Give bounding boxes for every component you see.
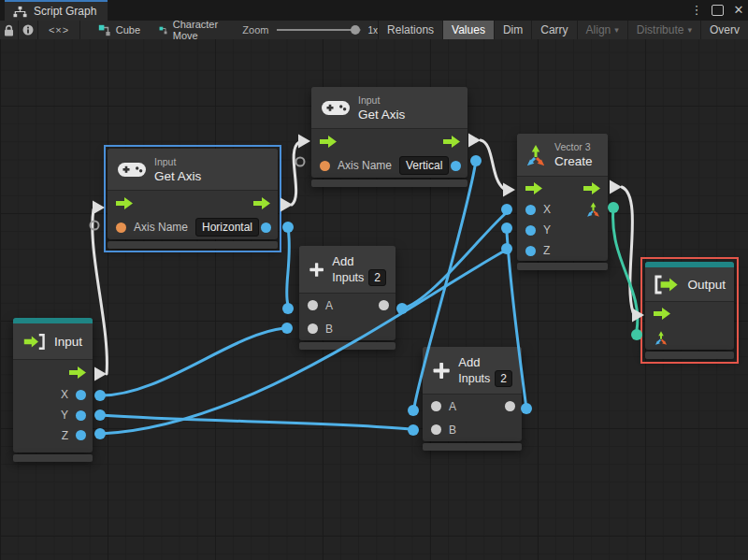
output-event-icon	[654, 275, 680, 294]
graph-button-character-move[interactable]: Character Move	[150, 21, 231, 39]
view-toggle-buttons: RelationsValuesDimCarryAlign▾Distribute▾…	[378, 21, 748, 39]
graph-toolbar: <×> Cube Character Move Zoom 1x Relation…	[0, 21, 748, 40]
dropdown-caret-icon: ▾	[614, 25, 619, 35]
node-add-1[interactable]: Add Inputs 2 A B	[299, 246, 396, 350]
flow-in-arrow-icon	[320, 136, 337, 148]
port-a-in[interactable]	[431, 401, 441, 411]
node-output[interactable]: Output	[645, 262, 734, 359]
port-value-out[interactable]	[261, 223, 271, 233]
view-button-relations[interactable]: Relations	[378, 21, 442, 39]
window-controls: ⋮ ✕	[690, 0, 745, 21]
inputs-label: Inputs	[332, 271, 364, 284]
close-icon[interactable]: ✕	[732, 0, 745, 21]
node-footer	[13, 454, 93, 462]
port-row-a: A	[299, 294, 396, 317]
value-in-row	[645, 325, 734, 350]
axis-name-field[interactable]: Vertical	[399, 156, 449, 175]
add-icon	[309, 258, 324, 281]
port-a-in[interactable]	[308, 300, 318, 310]
gamepad-icon	[118, 161, 146, 179]
view-button-carry[interactable]: Carry	[531, 21, 576, 39]
port-row-a: A	[423, 395, 522, 418]
graph-button-label: Character Move	[173, 19, 223, 41]
view-button-distribute[interactable]: Distribute▾	[627, 21, 700, 39]
input-event-icon	[23, 332, 46, 352]
zoom-slider-handle[interactable]	[351, 25, 360, 35]
port-x-out[interactable]	[76, 390, 86, 400]
node-add-2[interactable]: Add Inputs 2 A B	[423, 347, 522, 451]
axis-name-row: Axis Name Horizontal	[108, 215, 278, 239]
port-row-b: B	[299, 317, 396, 340]
flow-row	[311, 129, 468, 153]
port-value-out[interactable]	[451, 161, 461, 171]
port-z-in[interactable]	[525, 246, 536, 256]
view-button-label: Dim	[503, 23, 523, 36]
info-icon	[22, 24, 34, 36]
tab-title: Script Graph	[34, 5, 96, 18]
vector3-result-port-icon[interactable]	[585, 201, 601, 218]
graph-breadcrumbs: Cube Character Move	[89, 21, 232, 39]
lock-button[interactable]	[0, 21, 19, 39]
node-footer	[645, 352, 734, 359]
node-get-axis-horizontal[interactable]: Input Get Axis Axis Name Horizontal	[108, 149, 278, 249]
port-b-in[interactable]	[431, 424, 441, 435]
view-button-label: Relations	[387, 23, 434, 36]
port-sum-out[interactable]	[505, 401, 515, 411]
node-subtitle: Input	[358, 93, 405, 107]
port-z-out[interactable]	[76, 430, 86, 440]
node-input[interactable]: Input X Y Z	[13, 318, 93, 462]
menu-icon[interactable]: ⋮	[690, 0, 703, 21]
code-view-button[interactable]: <×>	[38, 21, 79, 39]
inputs-label: Inputs	[458, 372, 490, 385]
zoom-slider[interactable]	[277, 29, 361, 31]
node-footer	[517, 263, 608, 270]
view-button-label: Overv	[710, 23, 740, 36]
info-button[interactable]	[19, 21, 38, 39]
unity-script-graph-window: Script Graph ⋮ ✕ <×> Cube	[0, 0, 748, 560]
graph-asset-icon	[159, 24, 167, 36]
vector3-input-port-icon[interactable]	[654, 330, 669, 346]
dropdown-caret-icon: ▾	[687, 25, 692, 35]
add-icon	[432, 359, 451, 382]
tab-script-graph[interactable]: Script Graph	[5, 0, 108, 21]
port-sum-out[interactable]	[379, 300, 389, 310]
port-axis-name-in[interactable]	[320, 161, 330, 171]
port-x-in[interactable]	[525, 205, 536, 215]
gamepad-icon	[322, 99, 350, 117]
graph-button-cube[interactable]: Cube	[89, 21, 150, 39]
flow-row	[108, 191, 278, 215]
port-axis-name-in[interactable]	[116, 223, 126, 233]
port-b-in[interactable]	[308, 323, 318, 334]
port-y-out[interactable]	[76, 410, 86, 421]
node-footer	[108, 241, 278, 249]
inputs-count-field[interactable]: 2	[368, 269, 386, 286]
port-row-z: Z	[517, 240, 608, 261]
port-y-in[interactable]	[525, 225, 536, 236]
graph-asset-icon	[98, 24, 110, 36]
flow-out-arrow-icon	[583, 182, 600, 194]
port-row-b: B	[423, 418, 522, 441]
flow-out-arrow-icon	[69, 366, 86, 379]
graph-button-label: Cube	[116, 24, 140, 36]
node-title: Add	[332, 253, 386, 269]
view-button-label: Distribute	[637, 23, 684, 36]
zoom-slider-fill	[277, 29, 355, 31]
flow-row	[517, 177, 608, 199]
port-row-y: Y	[517, 220, 608, 240]
view-button-values[interactable]: Values	[442, 21, 494, 39]
node-title: Get Axis	[154, 168, 201, 184]
view-button-dim[interactable]: Dim	[494, 21, 531, 39]
axis-name-field[interactable]: Horizontal	[195, 218, 259, 237]
node-title: Get Axis	[358, 107, 405, 122]
node-subtitle: Input	[154, 155, 201, 168]
view-button-align[interactable]: Align▾	[577, 21, 627, 39]
view-button-overv[interactable]: Overv	[700, 21, 748, 39]
inputs-count-field[interactable]: 2	[495, 370, 512, 387]
node-vector3-create[interactable]: Vector 3 Create X	[517, 134, 608, 270]
tab-bar: Script Graph ⋮ ✕	[0, 0, 748, 21]
port-row-z: Z	[13, 425, 93, 445]
node-footer	[299, 342, 396, 350]
maximize-icon[interactable]	[712, 5, 724, 16]
node-get-axis-vertical[interactable]: Input Get Axis Axis Name Vertical	[311, 87, 468, 187]
flow-in-arrow-icon	[654, 308, 670, 320]
